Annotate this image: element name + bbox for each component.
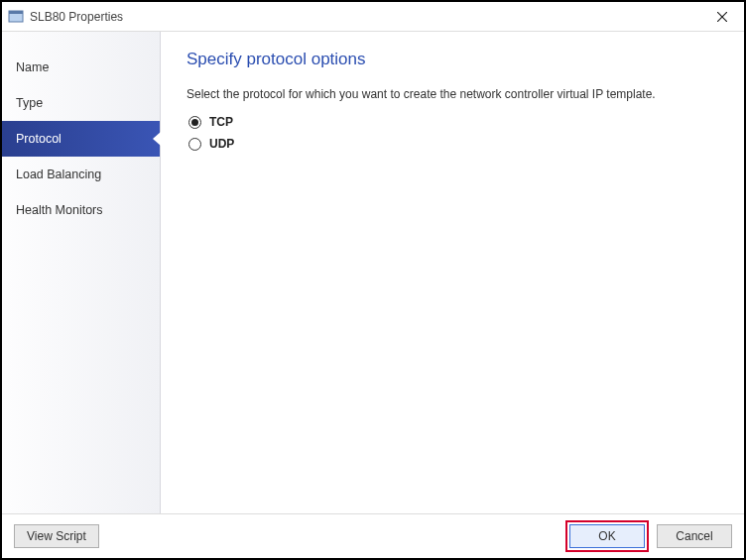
sidebar-item-label: Type xyxy=(16,96,43,110)
cancel-button[interactable]: Cancel xyxy=(657,524,732,548)
sidebar-item-label: Name xyxy=(16,60,49,74)
radio-icon xyxy=(188,116,201,129)
window-title: SLB80 Properties xyxy=(30,10,700,24)
close-icon xyxy=(717,12,727,22)
svg-rect-1 xyxy=(9,11,23,14)
titlebar: SLB80 Properties xyxy=(2,2,744,32)
sidebar-item-label: Load Balancing xyxy=(16,168,101,181)
sidebar-item-label: Protocol xyxy=(16,132,62,146)
sidebar-item-name[interactable]: Name xyxy=(2,50,160,85)
sidebar-item-label: Health Monitors xyxy=(16,203,103,217)
sidebar: Name Type Protocol Load Balancing Health… xyxy=(2,32,161,513)
view-script-button[interactable]: View Script xyxy=(14,524,99,548)
radio-option-tcp[interactable]: TCP xyxy=(186,111,718,133)
app-icon xyxy=(8,9,24,25)
sidebar-item-load-balancing[interactable]: Load Balancing xyxy=(2,157,160,192)
page-heading: Specify protocol options xyxy=(186,50,718,69)
radio-icon xyxy=(188,138,201,151)
footer: View Script OK Cancel xyxy=(2,514,744,558)
close-button[interactable] xyxy=(700,2,744,31)
radio-option-udp[interactable]: UDP xyxy=(186,133,718,155)
dialog-window: SLB80 Properties Name Type Protocol Load… xyxy=(0,0,746,560)
ok-button-highlight: OK xyxy=(565,520,649,552)
sidebar-item-type[interactable]: Type xyxy=(2,85,160,121)
content-pane: Specify protocol options Select the prot… xyxy=(161,32,744,513)
radio-label: UDP xyxy=(209,137,234,151)
radio-label: TCP xyxy=(209,115,233,129)
dialog-body: Name Type Protocol Load Balancing Health… xyxy=(2,32,744,514)
sidebar-item-health-monitors[interactable]: Health Monitors xyxy=(2,192,160,228)
page-description: Select the protocol for which you want t… xyxy=(186,87,718,101)
sidebar-item-protocol[interactable]: Protocol xyxy=(2,121,160,157)
ok-button[interactable]: OK xyxy=(569,524,645,548)
